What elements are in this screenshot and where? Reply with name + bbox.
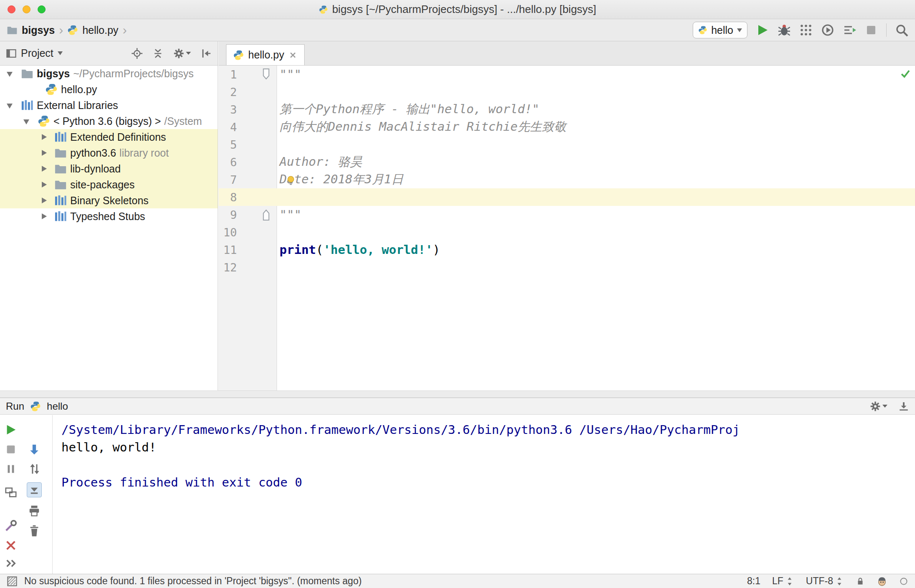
- close-run-panel-button[interactable]: [3, 538, 18, 553]
- rerun-button[interactable]: [3, 422, 18, 437]
- hide-panel-icon[interactable]: [898, 401, 909, 412]
- panel-settings-button[interactable]: [173, 48, 191, 59]
- toolwindow-toggle-icon[interactable]: [7, 576, 18, 587]
- close-tab-icon[interactable]: [288, 51, 297, 60]
- fold-marker-bottom-icon[interactable]: [237, 208, 277, 221]
- status-message[interactable]: No suspicious code found. 1 files proces…: [24, 575, 362, 587]
- editor-line-5[interactable]: 5: [219, 136, 915, 153]
- more-actions-button[interactable]: [3, 556, 18, 571]
- restore-layout-button[interactable]: [3, 485, 18, 500]
- tree-item-python-3-6-bigsys[interactable]: < Python 3.6 (bigsys) >/System: [0, 113, 218, 129]
- rerun-icon: [5, 423, 17, 436]
- run-button[interactable]: [756, 23, 769, 37]
- line-separator-widget[interactable]: LF: [772, 575, 794, 587]
- editor-line-2[interactable]: 2: [219, 83, 915, 101]
- code-text: Author: 骆昊: [277, 154, 362, 170]
- profiler-button[interactable]: [821, 23, 834, 37]
- chevron-expanded-icon[interactable]: [3, 98, 18, 112]
- breadcrumb-chevron-icon: ›: [122, 24, 127, 36]
- tree-item-site-packages[interactable]: site-packages: [0, 177, 218, 193]
- code-editor[interactable]: 1"""23第一个Python程序 - 输出"hello, world!"4向伟…: [219, 66, 915, 390]
- search-everywhere-button[interactable]: [895, 23, 908, 37]
- run-panel-title[interactable]: Run: [6, 400, 24, 412]
- editor-line-11[interactable]: 11print('hello, world!'): [219, 241, 915, 259]
- status-bar: No suspicious code found. 1 files proces…: [0, 574, 915, 588]
- tab-label: hello.py: [248, 49, 284, 61]
- window-title: bigsys [~/PycharmProjects/bigsys] - .../…: [332, 3, 596, 16]
- debug-button[interactable]: [778, 23, 791, 37]
- hide-panel-icon[interactable]: [201, 48, 212, 59]
- chevron-down-icon[interactable]: [58, 51, 63, 55]
- scroll-to-end-button[interactable]: [27, 482, 42, 497]
- breadcrumb-item-file[interactable]: hello.py: [82, 24, 118, 36]
- run-panel-settings-button[interactable]: [870, 401, 887, 412]
- main-area: Project bigsys~/PycharmProjects/bigsyshe…: [0, 41, 915, 398]
- soft-wrap-button[interactable]: [27, 461, 42, 476]
- stop-button[interactable]: [864, 23, 878, 37]
- pause-icon: [5, 463, 17, 475]
- stop-process-button[interactable]: [3, 442, 18, 457]
- run-console[interactable]: /System/Library/Frameworks/Python.framew…: [53, 415, 915, 574]
- down-stack-trace-button[interactable]: [27, 442, 42, 457]
- editor-line-6[interactable]: 6Author: 骆昊: [219, 153, 915, 171]
- horizontal-scrollbar-track[interactable]: [0, 390, 915, 398]
- tree-item-lib-dynload[interactable]: lib-dynload: [0, 161, 218, 177]
- folder-icon: [54, 162, 67, 175]
- fold-marker-top-icon[interactable]: [237, 68, 277, 81]
- project-folder-icon: [7, 25, 18, 35]
- navigation-bar: bigsys › hello.py › hello: [0, 19, 915, 41]
- chevron-collapsed-icon[interactable]: [37, 162, 51, 176]
- editor-line-7[interactable]: 7Date: 2018年3月1日: [219, 171, 915, 188]
- run-settings-button[interactable]: [3, 518, 18, 533]
- chevron-collapsed-icon[interactable]: [37, 177, 51, 192]
- run-configuration-select[interactable]: hello: [693, 22, 747, 38]
- close-window-button[interactable]: [8, 5, 15, 13]
- tree-item-hello-py[interactable]: hello.py: [0, 81, 218, 97]
- editor-line-1[interactable]: 1""": [219, 66, 915, 83]
- editor-line-4[interactable]: 4向伟大的Dennis MacAlistair Ritchie先生致敬: [219, 118, 915, 136]
- project-panel-title[interactable]: Project: [21, 47, 53, 59]
- print-button[interactable]: [27, 503, 42, 518]
- editor-line-9[interactable]: 9""": [219, 206, 915, 223]
- collapse-all-icon[interactable]: [152, 48, 163, 59]
- chevron-collapsed-icon[interactable]: [37, 146, 51, 160]
- code-text: 第一个Python程序 - 输出"hello, world!": [277, 101, 539, 118]
- editor-line-12[interactable]: 12: [219, 259, 915, 276]
- chevron-expanded-icon[interactable]: [20, 114, 34, 128]
- tree-item-binary-skeletons[interactable]: Binary Skeletons: [0, 193, 218, 208]
- tree-item-python3-6[interactable]: python3.6library root: [0, 145, 218, 161]
- highlighting-level-icon[interactable]: [877, 576, 887, 587]
- zoom-window-button[interactable]: [38, 5, 46, 13]
- chevron-expanded-icon[interactable]: [3, 66, 18, 81]
- inspection-ok-icon[interactable]: [900, 68, 911, 79]
- folder-icon: [54, 178, 67, 191]
- intention-bulb-icon[interactable]: [285, 175, 296, 186]
- breadcrumb-item-project[interactable]: bigsys: [22, 24, 55, 36]
- encoding-widget[interactable]: UTF-8: [806, 575, 844, 587]
- run-panel-actions: [870, 401, 909, 412]
- caret-position-widget[interactable]: 8:1: [747, 575, 760, 587]
- clear-all-button[interactable]: [27, 523, 42, 538]
- tab-hello-py[interactable]: hello.py: [226, 44, 305, 65]
- chevron-collapsed-icon[interactable]: [37, 130, 51, 144]
- chevron-collapsed-icon[interactable]: [37, 193, 51, 208]
- background-tasks-icon[interactable]: [899, 577, 908, 586]
- tree-item-bigsys[interactable]: bigsys~/PycharmProjects/bigsys: [0, 66, 218, 81]
- line-number: 7: [219, 173, 237, 186]
- editor-line-8[interactable]: 8: [219, 188, 915, 206]
- tree-item-extended-definitions[interactable]: Extended Definitions: [0, 129, 218, 145]
- locate-file-icon[interactable]: [132, 48, 142, 59]
- tree-item-typeshed-stubs[interactable]: Typeshed Stubs: [0, 208, 218, 224]
- editor-line-3[interactable]: 3第一个Python程序 - 输出"hello, world!": [219, 101, 915, 118]
- tree-item-suffix: /System: [164, 115, 202, 127]
- chevron-collapsed-icon[interactable]: [37, 209, 51, 223]
- editor-line-10[interactable]: 10: [219, 223, 915, 241]
- concurrency-diagram-button[interactable]: [843, 23, 856, 37]
- python-icon: [698, 25, 707, 35]
- run-with-coverage-button[interactable]: [799, 23, 813, 37]
- code-text: """: [277, 67, 301, 81]
- readonly-lock-icon[interactable]: [856, 577, 865, 586]
- pause-output-button[interactable]: [3, 461, 18, 476]
- minimize-window-button[interactable]: [23, 5, 30, 13]
- tree-item-external-libraries[interactable]: External Libraries: [0, 97, 218, 113]
